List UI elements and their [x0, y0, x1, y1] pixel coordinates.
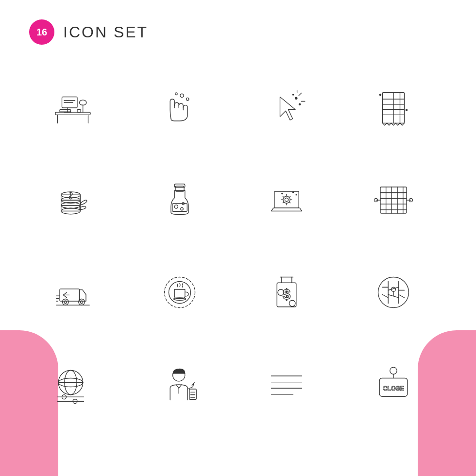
icon-map-circle [350, 254, 437, 331]
header: 16 ICON SET [29, 19, 447, 45]
icon-woman-profession [136, 346, 223, 424]
svg-rect-8 [60, 110, 71, 112]
icon-grid: $ [29, 69, 447, 424]
page-content: 16 ICON SET [0, 0, 476, 443]
svg-line-98 [383, 295, 389, 298]
svg-point-42 [174, 205, 178, 208]
svg-point-17 [292, 94, 294, 96]
svg-text:CLOSE: CLOSE [383, 385, 404, 392]
svg-point-76 [79, 299, 85, 306]
svg-point-12 [180, 94, 184, 97]
svg-point-74 [62, 299, 68, 306]
icon-globe-settings [29, 346, 117, 424]
svg-line-56 [283, 202, 284, 203]
svg-rect-112 [189, 389, 196, 400]
svg-rect-33 [61, 200, 81, 205]
svg-point-28 [379, 94, 382, 96]
icon-coffee-donut [136, 254, 223, 331]
page-title: ICON SET [63, 23, 148, 41]
svg-point-43 [181, 207, 183, 210]
svg-line-100 [399, 295, 405, 298]
icon-receipt-document [350, 69, 437, 147]
svg-line-96 [388, 287, 399, 290]
svg-rect-0 [55, 112, 90, 115]
svg-rect-46 [274, 191, 299, 208]
svg-line-18 [299, 93, 301, 95]
svg-rect-41 [174, 184, 185, 187]
svg-text:$: $ [283, 287, 290, 302]
icon-close-sign: CLOSE [350, 346, 437, 424]
svg-point-14 [175, 93, 178, 95]
svg-point-15 [295, 97, 297, 100]
svg-point-120 [390, 367, 397, 374]
icon-desk-workspace [29, 69, 117, 147]
icon-filter-grid [350, 161, 437, 239]
svg-line-55 [289, 196, 290, 197]
svg-point-58 [292, 191, 294, 193]
svg-point-16 [299, 103, 301, 106]
svg-point-59 [295, 194, 297, 196]
svg-point-91 [289, 300, 295, 306]
icon-money-sign: $ [243, 254, 330, 331]
svg-point-29 [406, 109, 408, 111]
icon-coins-stack [29, 161, 117, 239]
svg-rect-60 [380, 187, 407, 213]
icon-hand-holding [136, 69, 223, 147]
svg-line-54 [289, 202, 290, 203]
icon-cursor-sparkle [243, 69, 330, 147]
svg-point-48 [285, 198, 288, 202]
svg-point-38 [80, 200, 87, 205]
svg-point-57 [281, 193, 283, 195]
icon-text-lines [243, 346, 330, 424]
badge-number: 16 [29, 19, 54, 45]
svg-point-13 [187, 98, 189, 100]
icon-laptop-settings [243, 161, 330, 239]
svg-line-53 [283, 196, 284, 197]
svg-rect-11 [77, 110, 81, 112]
icon-bottle-potion [136, 161, 223, 239]
icon-delivery-truck [29, 254, 117, 331]
